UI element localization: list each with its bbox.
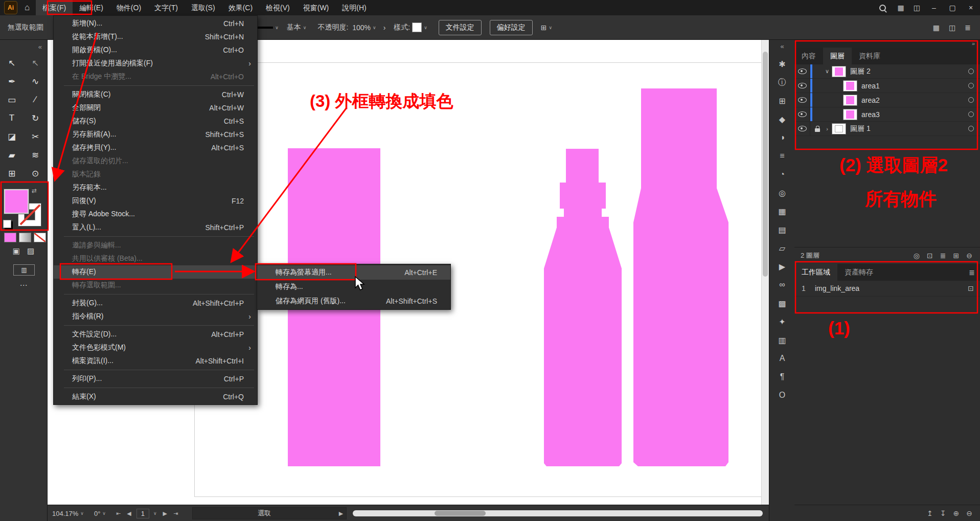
locate-object-icon[interactable]: ◎: [914, 252, 920, 260]
chevron-down-icon[interactable]: ∨: [424, 25, 427, 30]
menubar-item[interactable]: 文字(T): [148, 0, 185, 15]
file-menu-item[interactable]: 另存新檔(A)... Shift+Ctrl+S: [54, 128, 257, 141]
new-artboard-icon[interactable]: ⊕: [953, 509, 960, 517]
layer-target-circle[interactable]: [968, 97, 974, 103]
width-tool[interactable]: ≋: [25, 147, 45, 163]
magenta-bottle-shape-large[interactable]: [633, 88, 728, 466]
menu-lines-icon[interactable]: ≣: [965, 24, 971, 32]
color-button[interactable]: [4, 233, 16, 242]
menubar-item[interactable]: 檔案(F): [36, 0, 73, 15]
actions-icon[interactable]: ▶: [773, 257, 791, 276]
file-menu-item[interactable]: 儲存(S) Ctrl+S: [54, 115, 257, 128]
selection-tool[interactable]: ↖: [2, 55, 22, 71]
brush-definition-label[interactable]: 基本: [287, 23, 301, 32]
swatches-icon[interactable]: ▦: [773, 202, 791, 220]
move-up-icon[interactable]: ↥: [927, 509, 933, 517]
layer-name[interactable]: area1: [861, 82, 880, 90]
file-menu-item[interactable]: 搜尋 Adobe Stock...: [54, 208, 257, 221]
delete-icon[interactable]: ⊖: [966, 252, 972, 260]
horizontal-scrollbar[interactable]: [353, 510, 763, 516]
file-menu-item[interactable]: 文件色彩模式(M): [54, 341, 257, 354]
file-menu-item[interactable]: 版本記錄: [54, 168, 257, 181]
chevron-down-icon[interactable]: ∨: [80, 511, 84, 516]
file-menu-item[interactable]: 指令檔(R): [54, 310, 257, 323]
file-menu-item[interactable]: 全部關閉 Alt+Ctrl+W: [54, 101, 257, 115]
file-menu-item[interactable]: [54, 368, 257, 372]
file-menu-item[interactable]: 列印(P)... Ctrl+P: [54, 372, 257, 386]
artboard-tool[interactable]: ⊞: [2, 165, 22, 182]
rectangle-tool[interactable]: ▭: [2, 92, 22, 108]
file-menu-item[interactable]: 回復(V) F12: [54, 194, 257, 208]
rotation-value[interactable]: 0°: [94, 510, 100, 517]
preferences-button[interactable]: 偏好設定: [490, 20, 533, 35]
chevron-down-icon[interactable]: ∨: [153, 511, 157, 516]
appearance-icon[interactable]: ✦: [773, 312, 791, 331]
menubar-item[interactable]: 效果(C): [222, 0, 259, 15]
layer-target-circle[interactable]: [968, 126, 974, 131]
type-tool[interactable]: T: [2, 110, 22, 126]
zoom-level[interactable]: 104.17%: [52, 510, 78, 517]
edit-toolbar-icon[interactable]: ⋯: [20, 281, 28, 290]
document-setup-button[interactable]: 文件設定: [439, 20, 482, 35]
scissors-tool[interactable]: ✂: [25, 128, 45, 145]
opacity-value[interactable]: 100%: [352, 24, 371, 32]
none-button[interactable]: [34, 233, 46, 242]
chevron-down-icon[interactable]: ∨: [373, 25, 376, 30]
direct-selection-tool[interactable]: ↖: [25, 55, 45, 71]
default-fill-stroke-icon[interactable]: [3, 220, 11, 228]
layer-name[interactable]: area2: [861, 96, 880, 104]
file-menu-item[interactable]: 封裝(G)... Alt+Shift+Ctrl+P: [54, 297, 257, 310]
menubar-item[interactable]: 物件(O): [110, 0, 148, 15]
menubar-item[interactable]: 編輯(E): [73, 0, 110, 15]
file-menu-item[interactable]: 儲存拷貝(Y)... Alt+Ctrl+S: [54, 141, 257, 154]
line-tool[interactable]: ∕: [25, 92, 45, 108]
menubar-item[interactable]: 說明(H): [335, 0, 373, 15]
chevron-down-icon[interactable]: ∨: [102, 511, 106, 516]
submenu-item[interactable]: 儲存為網頁用 (舊版)... Alt+Shift+Ctrl+S: [257, 294, 450, 308]
file-menu-item[interactable]: 從範本新增(T)... Shift+Ctrl+N: [54, 30, 257, 43]
paragraph-icon[interactable]: ¶: [773, 368, 791, 386]
lock-toggle[interactable]: [812, 126, 823, 132]
artboard-number-field[interactable]: 1: [136, 509, 149, 518]
visibility-toggle[interactable]: [794, 122, 810, 135]
file-menu-item[interactable]: [54, 83, 257, 88]
opentype-icon[interactable]: O: [773, 386, 791, 404]
layer-name[interactable]: 圖層 1: [850, 124, 871, 133]
layer-row[interactable]: › 圖層 1: [794, 122, 980, 136]
chevron-down-icon[interactable]: ∨: [549, 25, 553, 30]
expand-chevron-icon[interactable]: ›: [823, 126, 832, 132]
submenu-item[interactable]: 轉存為...: [257, 280, 450, 294]
color-guide-icon[interactable]: ✱: [773, 55, 791, 73]
draw-normal-icon[interactable]: ▣: [13, 246, 20, 256]
last-artboard-icon[interactable]: ⇥: [173, 510, 178, 517]
artboard-row[interactable]: 1 img_link_area ⊡: [794, 281, 980, 297]
file-menu-item[interactable]: 共用以供審核 (Beta)...: [54, 252, 257, 265]
workspace-grid-icon[interactable]: ▦: [933, 24, 940, 32]
pen-tool[interactable]: ✒: [2, 73, 22, 89]
links-icon[interactable]: ∞: [773, 276, 791, 294]
panel-menu-icon[interactable]: ≣: [964, 264, 980, 281]
gradient-button[interactable]: [19, 233, 31, 242]
file-menu-item[interactable]: [54, 292, 257, 297]
vertical-scrollbar[interactable]: [761, 39, 769, 505]
submenu-item[interactable]: 轉存為螢幕適用... Alt+Ctrl+E: [257, 265, 450, 280]
align-options-icon[interactable]: ⊞: [541, 24, 547, 32]
layer-row[interactable]: area3: [794, 107, 980, 122]
file-menu-item[interactable]: 結束(X) Ctrl+Q: [54, 390, 257, 403]
opacity-label[interactable]: 不透明度:: [317, 23, 348, 32]
visibility-toggle[interactable]: [794, 79, 810, 93]
graphic-styles-icon[interactable]: ▥: [773, 331, 791, 349]
move-down-icon[interactable]: ↧: [940, 509, 946, 517]
expand-arrow-icon[interactable]: ›: [383, 24, 386, 32]
color-icon[interactable]: ◎: [773, 184, 791, 202]
stroke-icon[interactable]: ≡: [773, 147, 791, 165]
rotate-tool[interactable]: ↻: [25, 110, 45, 126]
clipping-mask-icon[interactable]: ⊡: [927, 252, 933, 260]
screen-mode-button[interactable]: ▥: [13, 264, 35, 276]
workspace-switcher-icon[interactable]: ▦: [898, 4, 904, 12]
transparency-icon[interactable]: ◔: [773, 165, 791, 184]
gradient-icon[interactable]: ◑: [773, 128, 791, 147]
expand-chevron-icon[interactable]: ∨: [823, 68, 832, 75]
fill-swatch[interactable]: [4, 189, 29, 214]
file-menu-item[interactable]: [54, 234, 257, 239]
